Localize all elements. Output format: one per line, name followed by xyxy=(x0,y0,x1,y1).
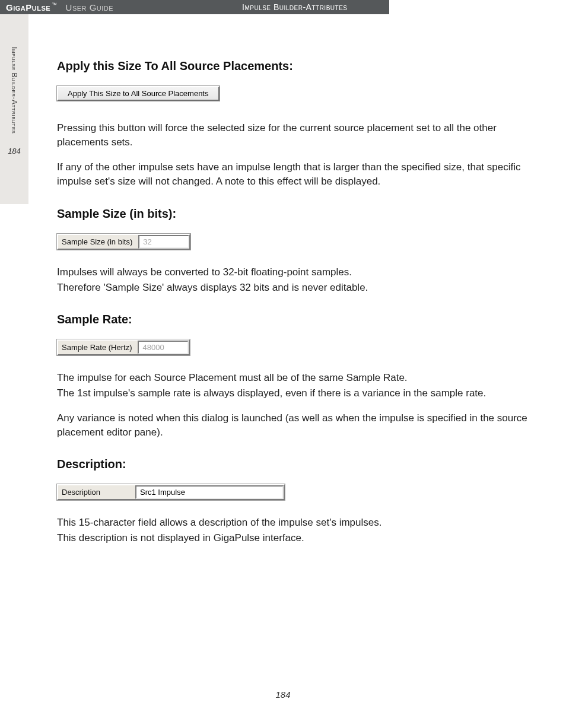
page-content: Apply this Size To All Source Placements… xyxy=(57,59,530,546)
side-section-label: Impulse Builder-Attributes xyxy=(10,47,18,133)
heading-apply-size: Apply this Size To All Source Placements… xyxy=(57,59,530,73)
sample-rate-para-3: Any variance is noted when this dialog i… xyxy=(57,411,530,440)
sample-rate-value: 48000 xyxy=(142,343,164,352)
heading-description: Description: xyxy=(57,457,530,471)
sample-rate-field-group: Sample Rate (Hertz) 48000 xyxy=(57,339,190,355)
sample-size-value: 32 xyxy=(143,237,151,246)
page-header: GigaPulse™ User Guide Impulse Builder-At… xyxy=(0,0,566,14)
heading-sample-rate: Sample Rate: xyxy=(57,313,530,326)
description-value: Src1 Impulse xyxy=(140,488,185,497)
sample-size-para-1: Impulses will always be converted to 32-… xyxy=(57,265,530,279)
apply-para-2: If any of the other impulse sets have an… xyxy=(57,160,530,189)
sample-size-para-2: Therefore 'Sample Size' always displays … xyxy=(57,281,530,295)
side-tab: Impulse Builder-Attributes 184 xyxy=(0,14,28,204)
description-para-2: This description is not displayed in Gig… xyxy=(57,531,530,545)
apply-size-button[interactable]: Apply This Size to All Source Placements xyxy=(57,86,220,101)
apply-para-1: Pressing this button will force the sele… xyxy=(57,121,530,150)
doc-title: User Guide xyxy=(66,2,114,12)
sample-size-label: Sample Size (in bits) xyxy=(58,235,138,249)
breadcrumb: Impulse Builder-Attributes xyxy=(235,0,389,14)
heading-sample-size: Sample Size (in bits): xyxy=(57,207,530,221)
sample-size-field-group: Sample Size (in bits) 32 xyxy=(57,234,190,250)
header-left: GigaPulse™ User Guide xyxy=(0,0,235,14)
description-label: Description xyxy=(58,485,135,499)
sample-rate-para-1: The impulse for each Source Placement mu… xyxy=(57,371,530,385)
side-page-number: 184 xyxy=(8,147,21,155)
description-field-group: Description Src1 Impulse xyxy=(57,484,285,500)
sample-rate-field: 48000 xyxy=(138,341,189,354)
sample-rate-label: Sample Rate (Hertz) xyxy=(58,341,138,354)
sample-size-field: 32 xyxy=(138,235,189,249)
footer-page-number: 184 xyxy=(0,689,566,700)
trademark-symbol: ™ xyxy=(52,2,58,8)
brand-name: GigaPulse xyxy=(6,2,50,12)
description-para-1: This 15-character field allows a descrip… xyxy=(57,516,530,530)
description-field[interactable]: Src1 Impulse xyxy=(135,485,284,499)
sample-rate-para-2: The 1st impulse's sample rate is always … xyxy=(57,386,530,400)
